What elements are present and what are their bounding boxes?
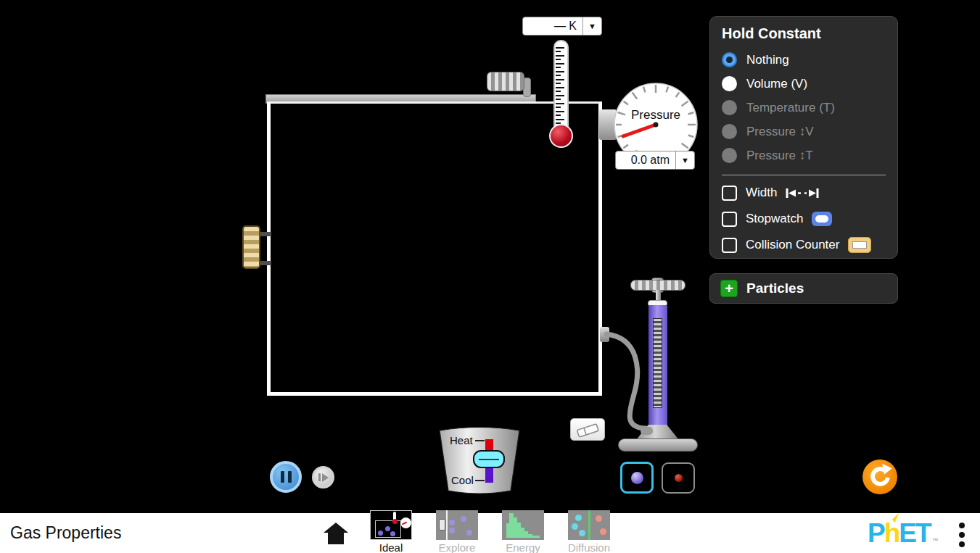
kebab-dot [959, 532, 965, 538]
explore-screen-icon [436, 510, 478, 540]
heat-label: Heat [450, 434, 473, 446]
screen-button-ideal[interactable]: Ideal [370, 510, 412, 553]
screen-label: Ideal [379, 541, 403, 553]
collision-counter-checkbox[interactable] [722, 238, 737, 253]
gas-container [267, 101, 602, 396]
radio-unselected-icon[interactable] [722, 76, 737, 91]
radio-temperature: Temperature (T) [722, 96, 886, 120]
step-forward-button[interactable] [312, 466, 334, 488]
screen-label: Diffusion [568, 541, 610, 553]
step-forward-icon [318, 473, 321, 481]
hose-pump-connector [641, 427, 653, 435]
pause-button[interactable] [270, 461, 302, 493]
radio-label: Volume (V) [746, 77, 807, 91]
stopwatch-icon [812, 212, 832, 226]
pump-base-platform [618, 438, 698, 452]
reset-icon [865, 462, 894, 491]
radio-disabled-icon [722, 100, 737, 115]
phet-logo[interactable]: PhET ™ [868, 513, 939, 553]
checkbox-label: Collision Counter [746, 238, 839, 252]
heater-slider-thumb[interactable] [473, 450, 505, 468]
dropdown-arrow-icon: ▼ [676, 151, 694, 169]
step-forward-icon [322, 473, 329, 482]
light-particle-button[interactable] [662, 462, 695, 494]
heavy-particle-icon [631, 472, 643, 484]
stopwatch-checkbox[interactable] [722, 212, 737, 227]
radio-disabled-icon [722, 124, 737, 139]
phet-menu-button[interactable] [959, 523, 965, 547]
lid-handle[interactable] [487, 72, 524, 91]
home-button[interactable] [322, 522, 350, 548]
erase-particles-button[interactable] [570, 418, 605, 441]
radio-selected-icon[interactable] [722, 52, 737, 67]
ideal-screen-icon [370, 510, 412, 540]
width-range-icon [786, 188, 819, 199]
radio-label: Pressure ↕T [746, 149, 813, 163]
pause-icon [288, 471, 292, 483]
thermometer-ticks [556, 47, 565, 124]
radio-label: Pressure ↕V [746, 125, 814, 139]
logo-letter: ET [899, 518, 930, 549]
pump-hose [595, 319, 696, 442]
reset-all-button[interactable] [862, 460, 897, 494]
collision-counter-icon [848, 237, 871, 253]
pressure-gauge-label: Pressure [631, 108, 680, 122]
cool-label: Cool [451, 474, 474, 486]
radio-label: Temperature (T) [746, 101, 835, 115]
screen-label: Explore [439, 541, 476, 553]
width-checkbox-row[interactable]: Width [722, 180, 886, 206]
particles-accordion[interactable]: + Particles [709, 273, 898, 304]
navigation-bar: Gas Properties Ideal [0, 513, 980, 553]
radio-volume[interactable]: Volume (V) [722, 72, 886, 96]
radio-nothing[interactable]: Nothing [722, 48, 886, 72]
gas-properties-sim: — K ▼ Pressure [0, 0, 980, 553]
thermometer-bulb [549, 124, 573, 148]
screen-label: Energy [506, 541, 540, 553]
pressure-readout: 0.0 atm [616, 151, 675, 169]
collision-counter-checkbox-row[interactable]: Collision Counter [722, 232, 886, 258]
radio-label: Nothing [746, 53, 789, 67]
hold-constant-panel: Hold Constant Nothing Volume (V) Tempera… [709, 16, 898, 259]
logo-letter: P [868, 518, 884, 549]
kebab-dot [959, 541, 965, 547]
pressure-units-dropdown[interactable]: 0.0 atm ▼ [615, 151, 695, 170]
radio-disabled-icon [722, 148, 737, 163]
cool-tick [475, 480, 485, 481]
diffusion-screen-icon [568, 510, 610, 540]
heavy-particle-button[interactable] [620, 462, 654, 494]
heat-tick [475, 440, 485, 441]
radio-pressure-t: Pressure ↕T [722, 144, 886, 167]
hold-constant-title: Hold Constant [722, 25, 886, 42]
screen-button-explore[interactable]: Explore [436, 510, 478, 553]
heater-cooler: Heat Cool [434, 423, 525, 496]
kebab-dot [959, 523, 965, 528]
checkbox-label: Width [746, 186, 777, 200]
energy-screen-icon [502, 510, 544, 540]
screen-button-diffusion[interactable]: Diffusion [568, 510, 610, 553]
logo-letter: h [884, 518, 899, 549]
pump-handle[interactable] [630, 280, 685, 291]
sim-title: Gas Properties [10, 513, 121, 553]
checkbox-label: Stopwatch [746, 212, 803, 226]
container-resize-handle[interactable] [242, 225, 260, 269]
screen-button-energy[interactable]: Energy [502, 510, 544, 553]
light-particle-icon [675, 474, 683, 482]
trademark: ™ [932, 537, 939, 544]
temperature-readout: — K [523, 17, 582, 35]
particles-title: Particles [746, 280, 804, 296]
thermometer [553, 40, 569, 130]
expand-plus-button[interactable]: + [720, 280, 738, 297]
stopwatch-checkbox-row[interactable]: Stopwatch [722, 206, 886, 232]
panel-divider [722, 175, 886, 175]
temperature-units-dropdown[interactable]: — K ▼ [522, 17, 602, 36]
home-icon [322, 522, 350, 545]
dropdown-arrow-icon: ▼ [583, 17, 601, 35]
pause-icon [281, 471, 284, 483]
eraser-icon [573, 421, 602, 438]
width-checkbox[interactable] [722, 186, 737, 201]
pump-gauge-strip [653, 318, 662, 408]
radio-pressure-v: Pressure ↕V [722, 120, 886, 144]
